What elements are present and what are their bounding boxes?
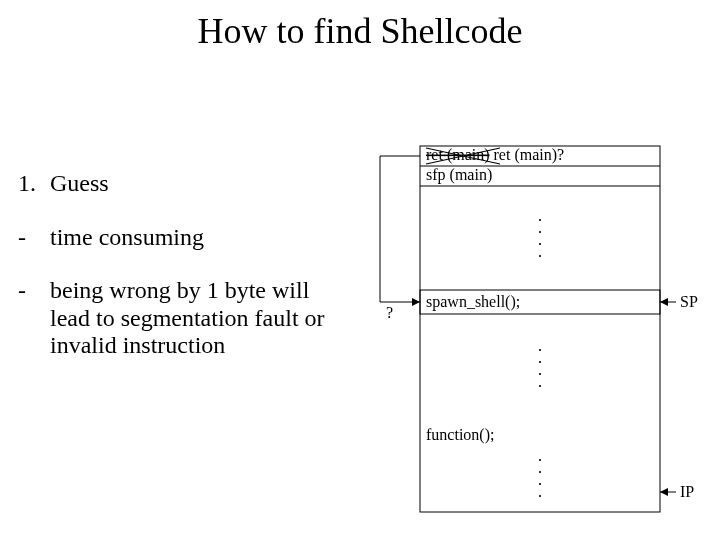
svg-point-8 (539, 231, 541, 233)
svg-point-7 (539, 219, 541, 221)
svg-marker-23 (660, 488, 668, 496)
svg-point-18 (539, 495, 541, 497)
bullet-dash: - (18, 224, 50, 252)
page-title: How to find Shellcode (0, 10, 720, 52)
bullet-text: Guess (50, 170, 109, 198)
content-list: 1. Guess - time consuming - being wrong … (18, 170, 348, 386)
svg-point-17 (539, 483, 541, 485)
svg-point-10 (539, 255, 541, 257)
bullet-text: time consuming (50, 224, 204, 252)
stack-spawn: spawn_shell(); (426, 293, 520, 311)
svg-point-12 (539, 361, 541, 363)
list-item: - time consuming (18, 224, 348, 252)
bullet-number: 1. (18, 170, 50, 198)
svg-marker-21 (660, 298, 668, 306)
svg-point-13 (539, 373, 541, 375)
svg-point-9 (539, 243, 541, 245)
bullet-text: being wrong by 1 byte will lead to segme… (50, 277, 348, 360)
svg-marker-19 (412, 298, 420, 306)
label-sp: SP (680, 293, 698, 310)
label-ip: IP (680, 483, 694, 500)
stack-svg: ret (main) ret (main)? sfp (main) spawn_… (360, 140, 700, 520)
list-item: 1. Guess (18, 170, 348, 198)
svg-point-15 (539, 459, 541, 461)
slide: How to find Shellcode 1. Guess - time co… (0, 0, 720, 540)
stack-row2: sfp (main) (426, 166, 492, 184)
svg-point-11 (539, 349, 541, 351)
stack-row1-right: ret (main)? (490, 146, 565, 164)
stack-function: function(); (426, 426, 494, 444)
stack-diagram: ret (main) ret (main)? sfp (main) spawn_… (360, 140, 700, 520)
svg-point-14 (539, 385, 541, 387)
svg-point-16 (539, 471, 541, 473)
list-item: - being wrong by 1 byte will lead to seg… (18, 277, 348, 360)
svg-rect-0 (420, 146, 660, 512)
bullet-dash: - (18, 277, 50, 360)
loop-question: ? (386, 304, 393, 321)
